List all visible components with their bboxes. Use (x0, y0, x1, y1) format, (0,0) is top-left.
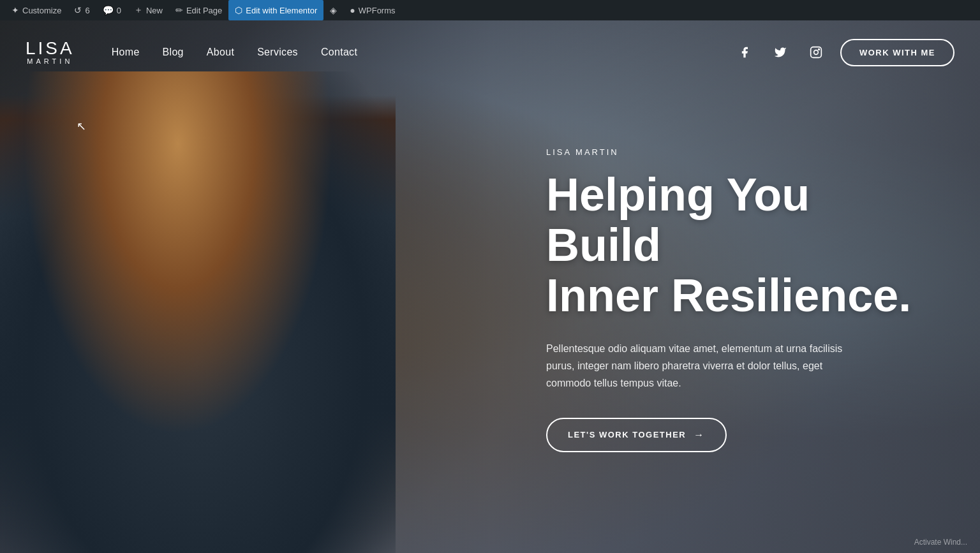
nav-blog[interactable]: Blog (151, 41, 195, 63)
twitter-icon (774, 46, 787, 59)
logo-name: LISA (26, 40, 75, 57)
wpforms-button[interactable]: ● WPForms (343, 0, 401, 20)
arrow-icon: → (694, 429, 705, 441)
svg-point-2 (819, 49, 820, 50)
revisions-button[interactable]: ↺ 6 (68, 0, 96, 20)
work-with-me-button[interactable]: WORK WITH ME (840, 39, 954, 66)
nav-contact[interactable]: Contact (309, 41, 369, 63)
customize-button[interactable]: ✦ Customize (5, 0, 68, 20)
plus-icon: ＋ (134, 4, 143, 16)
revisions-count: 6 (85, 6, 89, 15)
comments-icon: 💬 (103, 5, 114, 15)
comments-count: 0 (117, 6, 121, 15)
cta-button[interactable]: LET'S WORK TOGETHER → (546, 418, 727, 452)
yoast-icon: ◈ (330, 5, 337, 15)
person-photo (0, 71, 396, 553)
hero-description: Pellentesque odio aliquam vitae amet, el… (546, 340, 852, 392)
new-label: New (146, 6, 163, 15)
site-wrapper: ↖ LISA MARTIN Home Blog About Services C… (0, 20, 980, 553)
activate-windows-watermark: Activate Wind... (914, 538, 967, 547)
hero-headline-line2: Inner Resilience. (546, 270, 911, 321)
edit-with-elementor-button[interactable]: ⬡ Edit with Elementor (228, 0, 323, 20)
twitter-link[interactable] (769, 41, 792, 64)
hero-headline: Helping You Build Inner Resilience. (546, 169, 929, 321)
hero-content: LISA MARTIN Helping You Build Inner Resi… (546, 121, 929, 452)
nav-about[interactable]: About (195, 41, 246, 63)
svg-point-1 (814, 50, 819, 55)
nav-services[interactable]: Services (246, 41, 309, 63)
facebook-icon (738, 46, 751, 59)
hero-headline-line1: Helping You Build (546, 168, 810, 270)
edit-page-button[interactable]: ✏ Edit Page (169, 0, 228, 20)
cta-label: LET'S WORK TOGETHER (568, 430, 686, 439)
customize-label: Customize (22, 6, 61, 15)
instagram-icon (810, 46, 822, 59)
instagram-link[interactable] (805, 41, 828, 64)
site-logo[interactable]: LISA MARTIN (26, 40, 75, 65)
edit-icon: ✏ (175, 5, 183, 15)
yoast-button[interactable]: ◈ (323, 0, 343, 20)
wpforms-label: WPForms (359, 6, 396, 15)
new-button[interactable]: ＋ New (128, 0, 169, 20)
admin-bar: ✦ Customize ↺ 6 💬 0 ＋ New ✏ Edit Page ⬡ … (0, 0, 980, 20)
svg-rect-0 (811, 47, 822, 58)
customize-icon: ✦ (11, 5, 19, 15)
nav-home[interactable]: Home (100, 41, 151, 63)
wpforms-icon: ● (350, 5, 355, 15)
hero-name-label: LISA MARTIN (546, 147, 929, 156)
main-navigation: Home Blog About Services Contact (100, 41, 733, 63)
edit-page-label: Edit Page (186, 6, 222, 15)
revisions-icon: ↺ (74, 5, 82, 15)
elementor-label: Edit with Elementor (246, 6, 317, 15)
logo-surname: MARTIN (27, 57, 73, 65)
facebook-link[interactable] (733, 41, 756, 64)
navbar: LISA MARTIN Home Blog About Services Con… (0, 20, 980, 84)
comments-button[interactable]: 💬 0 (96, 0, 128, 20)
nav-right-area: WORK WITH ME (733, 39, 954, 66)
elementor-icon: ⬡ (235, 5, 242, 15)
watermark-text: Activate Wind... (914, 538, 967, 547)
